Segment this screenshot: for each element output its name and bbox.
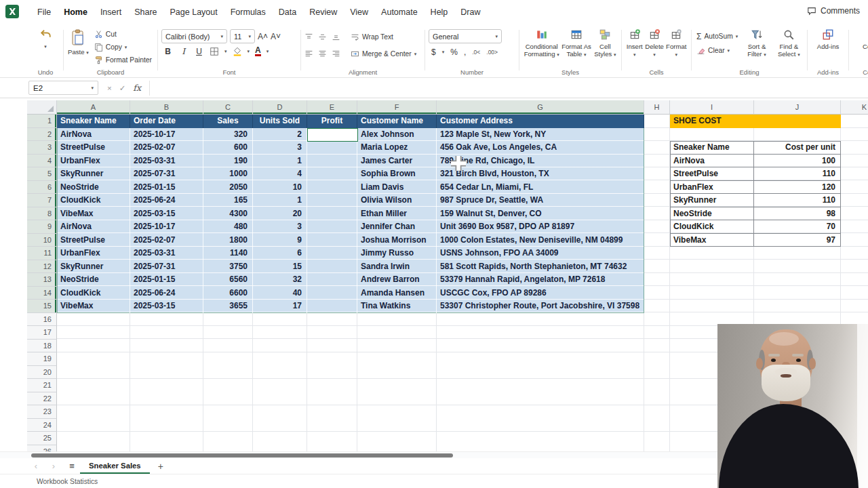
- cell[interactable]: 3655: [203, 300, 253, 313]
- enter-icon[interactable]: ✓: [119, 83, 126, 93]
- cell[interactable]: Sophia Brown: [357, 167, 437, 181]
- cell[interactable]: 2050: [203, 181, 253, 195]
- menu-home[interactable]: Home: [64, 7, 87, 17]
- menu-share[interactable]: Share: [134, 7, 157, 17]
- cell[interactable]: 2025-06-24: [130, 194, 203, 207]
- cell[interactable]: Amanda Hansen: [357, 287, 437, 300]
- comma-style-button[interactable]: ,: [464, 47, 466, 57]
- cell[interactable]: 53307 Christopher Route, Port Jacobshire…: [437, 300, 644, 313]
- undo-button[interactable]: ▾: [39, 24, 52, 67]
- cell[interactable]: 2025-02-07: [130, 141, 203, 155]
- cell[interactable]: Olivia Wilson: [357, 194, 437, 207]
- table-header-cell[interactable]: Units Sold: [253, 115, 307, 128]
- shoe-cost-cell[interactable]: CloudKick: [670, 220, 754, 234]
- menu-insert[interactable]: Insert: [100, 7, 121, 17]
- cell[interactable]: 2: [253, 128, 307, 142]
- row-header-15[interactable]: 15: [27, 300, 57, 313]
- cell[interactable]: 1: [253, 194, 307, 207]
- menu-automate[interactable]: Automate: [381, 7, 418, 17]
- add-ins-button[interactable]: Add-ins: [817, 24, 840, 67]
- align-right-icon[interactable]: [332, 49, 340, 58]
- cell[interactable]: 2025-07-31: [130, 260, 203, 274]
- row-header-26[interactable]: 26: [27, 445, 57, 452]
- wrap-text-button[interactable]: Wrap Text: [349, 30, 395, 43]
- cell[interactable]: 2025-02-07: [130, 234, 203, 247]
- row-header-20[interactable]: 20: [27, 366, 57, 380]
- sort-filter-button[interactable]: Sort & Filter ▾: [742, 24, 771, 67]
- format-as-table-button[interactable]: Format As Table ▾: [561, 24, 592, 67]
- table-header-cell[interactable]: Customer Address: [437, 115, 644, 128]
- row-header-2[interactable]: 2: [27, 128, 57, 142]
- shoe-cost-cell[interactable]: 110: [754, 167, 841, 181]
- cell[interactable]: 2025-10-17: [130, 128, 203, 142]
- shoe-cost-cell[interactable]: 100: [754, 155, 841, 168]
- shoe-cost-cell[interactable]: SkyRunner: [670, 194, 754, 207]
- cell[interactable]: 2025-01-15: [130, 181, 203, 195]
- cell[interactable]: Ethan Miller: [357, 207, 437, 221]
- cell[interactable]: Andrew Barron: [357, 273, 437, 287]
- menu-formulas[interactable]: Formulas: [231, 7, 266, 17]
- cell[interactable]: AirNova: [57, 128, 130, 142]
- row-header-7[interactable]: 7: [27, 194, 57, 207]
- cell[interactable]: 20: [253, 207, 307, 221]
- shoe-cost-cell[interactable]: StreetPulse: [670, 167, 754, 181]
- shoe-cost-header-cell[interactable]: Sneaker Name: [670, 141, 754, 155]
- cell[interactable]: Liam Davis: [357, 181, 437, 195]
- row-header-19[interactable]: 19: [27, 352, 57, 366]
- cell[interactable]: 190: [203, 155, 253, 168]
- row-header-16[interactable]: 16: [27, 313, 57, 327]
- format-cells-button[interactable]: Format ▾: [665, 24, 688, 67]
- column-header-I[interactable]: I: [670, 100, 754, 115]
- table-header-cell[interactable]: Profit: [307, 115, 357, 128]
- cell[interactable]: NeoStride: [57, 181, 130, 195]
- cell[interactable]: 581 Scott Rapids, North Stephanieton, MT…: [437, 260, 644, 274]
- font-color-button[interactable]: A: [255, 47, 261, 56]
- cell[interactable]: 40: [253, 287, 307, 300]
- decrease-decimal-button[interactable]: .00˃: [486, 49, 498, 56]
- shoe-cost-cell[interactable]: 97: [754, 234, 841, 247]
- cell[interactable]: 32: [253, 273, 307, 287]
- insert-function-icon[interactable]: fx: [133, 83, 141, 93]
- cell[interactable]: 123 Maple St, New York, NY: [437, 128, 644, 142]
- cell[interactable]: 15: [253, 260, 307, 274]
- row-header-17[interactable]: 17: [27, 326, 57, 340]
- cell[interactable]: 2025-03-31: [130, 247, 203, 260]
- row-header-4[interactable]: 4: [27, 155, 57, 168]
- cell[interactable]: 480: [203, 220, 253, 234]
- borders-button[interactable]: [210, 47, 219, 56]
- italic-button[interactable]: I: [178, 47, 189, 56]
- shoe-cost-cell[interactable]: UrbanFlex: [670, 181, 754, 195]
- cell[interactable]: 6560: [203, 273, 253, 287]
- cell[interactable]: 17: [253, 300, 307, 313]
- shoe-cost-cell[interactable]: 110: [754, 194, 841, 207]
- delete-cells-button[interactable]: Delete ▾: [644, 24, 665, 67]
- cell[interactable]: 1000: [203, 167, 253, 181]
- cell[interactable]: UrbanFlex: [57, 247, 130, 260]
- comments-button[interactable]: Comments: [807, 6, 860, 16]
- cell[interactable]: 2025-07-31: [130, 167, 203, 181]
- name-box[interactable]: E2 ▾: [28, 81, 98, 95]
- shoe-cost-cell[interactable]: 98: [754, 207, 841, 221]
- row-header-3[interactable]: 3: [27, 141, 57, 155]
- cell[interactable]: 53379 Hannah Rapid, Angelaton, MP 72618: [437, 273, 644, 287]
- cell[interactable]: 2025-06-24: [130, 287, 203, 300]
- prev-sheet-button[interactable]: ‹: [31, 461, 41, 471]
- cancel-icon[interactable]: ×: [107, 84, 112, 92]
- row-header-11[interactable]: 11: [27, 247, 57, 260]
- shrink-font-button[interactable]: A˅: [271, 32, 281, 41]
- cell[interactable]: 1: [253, 155, 307, 168]
- autosum-button[interactable]: Σ AutoSum ▾: [695, 30, 739, 43]
- align-bottom-icon[interactable]: [332, 33, 340, 41]
- cell[interactable]: 6600: [203, 287, 253, 300]
- cell[interactable]: Joshua Morrison: [357, 234, 437, 247]
- cell[interactable]: SkyRunner: [57, 260, 130, 274]
- cell[interactable]: 3: [253, 220, 307, 234]
- cell[interactable]: USCGC Cox, FPO AP 89286: [437, 287, 644, 300]
- shoe-cost-cell[interactable]: 120: [754, 181, 841, 195]
- menu-data[interactable]: Data: [279, 7, 296, 17]
- row-header-23[interactable]: 23: [27, 405, 57, 419]
- cell[interactable]: USNS Johnson, FPO AA 34009: [437, 247, 644, 260]
- excel-logo-icon[interactable]: [5, 5, 19, 18]
- conditional-formatting-button[interactable]: Conditional Formatting ▾: [524, 24, 560, 67]
- insert-cells-button[interactable]: Insert ▾: [625, 24, 644, 67]
